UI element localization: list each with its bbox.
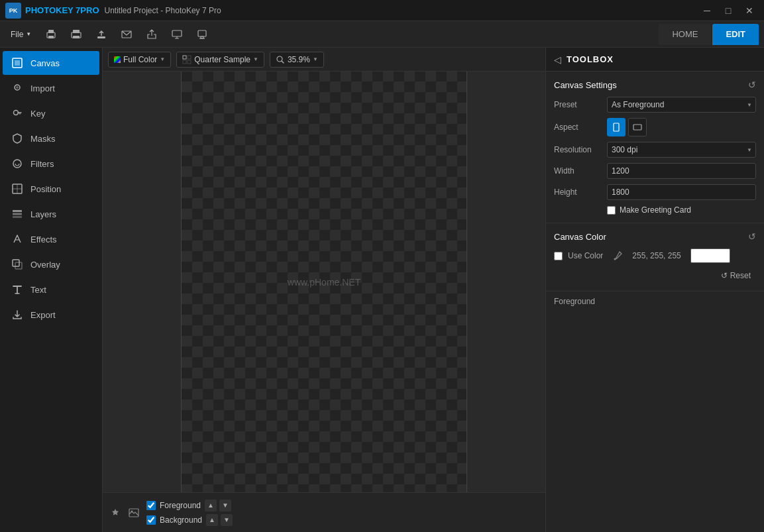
foreground-down-arrow[interactable]: ▼	[219, 500, 231, 511]
file-menu-button[interactable]: File ▼	[5, 25, 36, 44]
aspect-portrait-icon	[612, 123, 621, 132]
canvas-color-title: Canvas Color	[554, 232, 606, 242]
reset-button[interactable]: ↺ Reset	[716, 268, 756, 283]
edit-tab[interactable]: EDIT	[712, 24, 759, 45]
canvas-settings-reset-icon[interactable]: ↺	[748, 80, 756, 90]
svg-rect-1	[48, 30, 54, 33]
foreground-arrows: ▲ ▼	[205, 500, 231, 511]
monitor-button[interactable]	[166, 25, 188, 44]
sidebar-item-import[interactable]: Import	[3, 76, 99, 100]
sidebar: Canvas Import Key Masks Filters	[0, 48, 103, 532]
monitor2-icon	[197, 29, 207, 40]
use-color-checkbox[interactable]	[554, 252, 563, 260]
background-checkbox[interactable]	[146, 515, 156, 525]
sidebar-item-masks[interactable]: Masks	[3, 127, 99, 150]
rgb-values: 255, 255, 255	[632, 251, 681, 260]
masks-icon	[11, 132, 24, 145]
key-icon	[11, 107, 24, 120]
resolution-label: Resolution	[554, 145, 607, 154]
background-up-arrow[interactable]: ▲	[206, 514, 218, 526]
svg-rect-20	[13, 216, 22, 218]
color-mode-control[interactable]: Full Color ▼	[108, 52, 171, 68]
sample-label: Quarter Sample	[194, 55, 250, 64]
height-input[interactable]	[607, 184, 756, 200]
layers-label: Layers	[30, 209, 56, 219]
svg-rect-23	[183, 56, 186, 59]
svg-point-16	[13, 160, 21, 168]
zoom-icon	[276, 55, 285, 64]
star-button[interactable]	[108, 505, 123, 520]
sidebar-item-export[interactable]: Export	[3, 303, 99, 327]
home-tab[interactable]: HOME	[659, 24, 711, 45]
masks-label: Masks	[30, 134, 56, 144]
file-chevron-icon: ▼	[26, 31, 31, 37]
preset-select[interactable]: As Foreground	[607, 97, 756, 113]
sidebar-item-text[interactable]: Text	[3, 278, 99, 301]
background-down-arrow[interactable]: ▼	[221, 514, 233, 526]
resolution-select-wrapper: 300 dpi	[607, 142, 756, 158]
aspect-landscape-button[interactable]	[628, 118, 647, 136]
canvas-color-reset-icon[interactable]: ↺	[748, 231, 756, 242]
sidebar-item-overlay[interactable]: Overlay	[3, 252, 99, 276]
background-layer-label: Background	[160, 515, 202, 525]
minimize-button[interactable]: ─	[698, 4, 716, 17]
mail-button[interactable]	[116, 25, 137, 44]
upload-icon	[96, 29, 107, 40]
svg-rect-19	[13, 213, 22, 215]
sidebar-item-filters[interactable]: Filters	[3, 152, 99, 176]
watermark: www.pHome.NET	[288, 277, 360, 288]
svg-point-29	[131, 510, 133, 512]
aspect-portrait-button[interactable]	[607, 118, 626, 136]
text-icon	[11, 283, 24, 296]
canvas-settings-title: Canvas Settings	[554, 80, 617, 90]
maximize-button[interactable]: □	[719, 4, 737, 17]
svg-rect-9	[198, 30, 206, 36]
resolution-select[interactable]: 300 dpi	[607, 142, 756, 158]
background-arrows: ▲ ▼	[206, 514, 233, 526]
sidebar-item-effects[interactable]: Effects	[3, 227, 99, 251]
close-button[interactable]: ✕	[740, 4, 759, 17]
share-button[interactable]	[141, 25, 162, 44]
svg-rect-21	[13, 260, 19, 266]
main-toolbar: File ▼ HOME EDIT	[0, 21, 764, 48]
background-layer-row: Background ▲ ▼	[146, 514, 540, 526]
monitor2-button[interactable]	[191, 25, 213, 44]
foreground-checkbox[interactable]	[146, 501, 156, 510]
print-button[interactable]	[40, 25, 62, 44]
app-icon: PK	[5, 3, 21, 19]
svg-point-14	[16, 86, 19, 89]
width-input[interactable]	[607, 163, 756, 179]
share-icon	[146, 29, 157, 40]
image-button[interactable]	[127, 505, 141, 520]
color-swatch[interactable]	[690, 248, 730, 263]
overlay-icon	[11, 258, 24, 271]
sidebar-item-layers[interactable]: Layers	[3, 202, 99, 226]
sample-icon	[182, 55, 191, 64]
canvas-toolbar: Full Color ▼ Quarter Sample ▼ 35.9% ▼	[103, 48, 545, 72]
foreground-layer-label: Foreground	[160, 501, 201, 510]
canvas-settings-header: Canvas Settings ↺	[554, 80, 756, 90]
svg-point-32	[614, 258, 616, 260]
sample-control[interactable]: Quarter Sample ▼	[176, 52, 264, 68]
canvas-viewport[interactable]: www.pHome.NET	[103, 72, 545, 492]
upload-button[interactable]	[91, 25, 112, 44]
import-label: Import	[30, 83, 55, 93]
use-color-label: Use Color	[568, 251, 603, 260]
key-label: Key	[30, 109, 45, 119]
svg-rect-30	[614, 123, 619, 131]
print2-icon	[71, 29, 82, 40]
effects-label: Effects	[30, 235, 57, 244]
foreground-up-arrow[interactable]: ▲	[205, 500, 217, 511]
sidebar-item-key[interactable]: Key	[3, 101, 99, 125]
print-icon	[46, 29, 56, 40]
toolbox-back-icon: ◁	[554, 54, 561, 65]
greeting-card-checkbox[interactable]	[607, 206, 616, 215]
sidebar-item-position[interactable]: Position	[3, 177, 99, 201]
eyedropper-icon[interactable]	[612, 250, 623, 261]
svg-rect-25	[183, 60, 186, 64]
zoom-control[interactable]: 35.9% ▼	[270, 52, 324, 68]
print2-button[interactable]	[66, 25, 87, 44]
layer-bar-icons	[108, 505, 141, 520]
mail-icon	[121, 29, 132, 40]
sidebar-item-canvas[interactable]: Canvas	[3, 51, 99, 75]
